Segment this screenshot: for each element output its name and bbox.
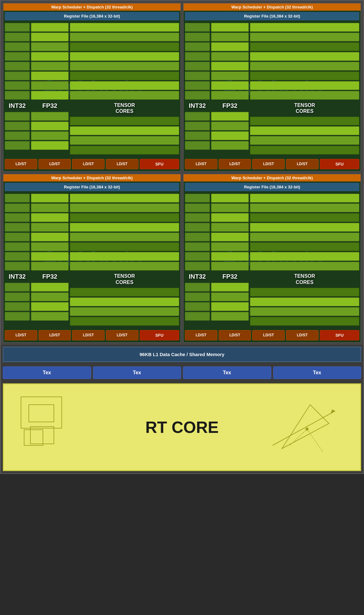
tensor-cell: [70, 146, 179, 155]
ldst-btn-11[interactable]: LD/ST: [72, 330, 105, 340]
main-container: Archbrain Warp Scheduler + Dispatch (32 …: [0, 0, 364, 474]
tensor-cell: [70, 33, 179, 41]
ldst-btn-9[interactable]: LD/ST: [5, 330, 37, 340]
tensor-label-4: TENSORCORES: [250, 271, 359, 287]
tensor-label-1: TENSORCORES: [70, 100, 179, 117]
sfu-btn-2[interactable]: SFU: [320, 159, 359, 169]
svg-rect-3: [24, 430, 43, 445]
ldst-btn-13[interactable]: LD/ST: [185, 330, 217, 340]
fp32-col-3: FP32: [31, 194, 69, 325]
ray-triangle: [273, 398, 341, 456]
tex-btn-1[interactable]: Tex: [3, 366, 91, 379]
sfu-btn-4[interactable]: SFU: [320, 330, 359, 340]
register-file-bar-4: Register File (16,384 x 32-bit): [185, 183, 359, 191]
sm-unit-3: Archbrain Warp Scheduler + Dispatch (32 …: [3, 174, 181, 343]
ldst-btn-4[interactable]: LD/ST: [106, 159, 138, 169]
warp-scheduler-bar-3: Warp Scheduler + Dispatch (32 thread/clk…: [3, 174, 180, 181]
register-file-bar-2: Register File (16,384 x 32-bit): [185, 12, 359, 20]
int32-cell: [5, 81, 30, 90]
svg-marker-6: [330, 409, 335, 414]
int32-cell: [5, 91, 30, 100]
ldst-btn-6[interactable]: LD/ST: [219, 159, 251, 169]
int32-cell: [5, 112, 30, 121]
fp32-label-3: FP32: [31, 271, 69, 283]
fp32-cell: [31, 33, 69, 41]
sfu-btn-1[interactable]: SFU: [140, 159, 179, 169]
ldst-btn-8[interactable]: LD/ST: [286, 159, 319, 169]
ldst-btn-14[interactable]: LD/ST: [219, 330, 251, 340]
int32-col-2: INT32: [185, 23, 210, 155]
svg-line-9: [290, 429, 307, 445]
int32-col-1: INT32: [5, 23, 30, 155]
ldst-btn-3[interactable]: LD/ST: [72, 159, 105, 169]
sfu-btn-3[interactable]: SFU: [140, 330, 179, 340]
ldst-btn-5[interactable]: LD/ST: [185, 159, 217, 169]
ldst-btn-12[interactable]: LD/ST: [106, 330, 138, 340]
warp-scheduler-bar-1: Warp Scheduler + Dispatch (32 thread/clk…: [3, 3, 180, 11]
int32-label-1: INT32: [5, 100, 30, 112]
fp32-cell: [31, 131, 69, 140]
rt-core-label: RT CORE: [145, 418, 219, 437]
fp32-cell: [31, 141, 69, 150]
svg-line-8: [307, 429, 323, 452]
tex-btn-4[interactable]: Tex: [273, 366, 361, 379]
int32-cell: [5, 122, 30, 130]
tensor-cell: [70, 126, 179, 135]
fp32-label-4: FP32: [211, 271, 249, 283]
ldst-bar-1: LD/ST LD/ST LD/ST LD/ST SFU: [3, 157, 180, 171]
int32-cell: [5, 42, 30, 51]
int32-label-3: INT32: [5, 271, 30, 283]
int32-cell: [5, 62, 30, 71]
int32-label-4: INT32: [185, 271, 210, 283]
ldst-btn-7[interactable]: LD/ST: [252, 159, 285, 169]
tensor-col-4: TENSORCORES: [250, 194, 359, 325]
rt-core-section: RT CORE: [3, 383, 361, 471]
tex-btn-3[interactable]: Tex: [183, 366, 271, 379]
sm-grid: Archbrain Warp Scheduler + Dispatch (32 …: [1, 1, 363, 345]
tensor-cell: [70, 42, 179, 51]
register-file-bar-1: Register File (16,384 x 32-bit): [5, 12, 179, 20]
tensor-cell: [70, 136, 179, 145]
ldst-bar-2: LD/ST LD/ST LD/ST LD/ST SFU: [184, 157, 361, 171]
svg-rect-1: [29, 405, 54, 422]
warp-scheduler-bar-4: Warp Scheduler + Dispatch (32 thread/clk…: [184, 174, 361, 181]
sm-unit-2: Archbrain Warp Scheduler + Dispatch (32 …: [183, 3, 361, 172]
tensor-cell: [70, 117, 179, 125]
fp32-cell: [31, 122, 69, 130]
register-file-bar-3: Register File (16,384 x 32-bit): [5, 183, 179, 191]
svg-line-5: [273, 411, 335, 445]
tex-btn-2[interactable]: Tex: [93, 366, 181, 379]
tensor-cell: [70, 23, 179, 32]
tensor-col-1: TENSORCORES: [70, 23, 179, 155]
int32-cell: [5, 71, 30, 80]
ldst-bar-4: LD/ST LD/ST LD/ST LD/ST SFU: [184, 328, 361, 342]
l1-cache-bar: 96KB L1 Data Cache / Shared Memory: [3, 347, 361, 362]
tensor-col-2: TENSORCORES: [250, 23, 359, 155]
int32-col-4: INT32: [185, 194, 210, 325]
int32-cell: [5, 33, 30, 41]
fp32-label-1: FP32: [31, 100, 69, 112]
int32-label-2: INT32: [185, 100, 210, 112]
ldst-btn-16[interactable]: LD/ST: [286, 330, 319, 340]
bvh-boxes: [19, 395, 76, 459]
tex-row: Tex Tex Tex Tex: [1, 364, 363, 381]
ldst-btn-15[interactable]: LD/ST: [252, 330, 285, 340]
ldst-btn-10[interactable]: LD/ST: [39, 330, 71, 340]
ldst-btn-2[interactable]: LD/ST: [39, 159, 71, 169]
fp32-col-2: FP32: [211, 23, 249, 155]
svg-rect-0: [21, 397, 62, 428]
warp-scheduler-bar-2: Warp Scheduler + Dispatch (32 thread/clk…: [184, 3, 361, 11]
int32-cell: [5, 23, 30, 32]
fp32-label-2: FP32: [211, 100, 249, 112]
fp32-cell: [31, 62, 69, 71]
sm-unit-1: Archbrain Warp Scheduler + Dispatch (32 …: [3, 3, 181, 172]
fp32-cell: [31, 52, 69, 61]
fp32-cell: [31, 71, 69, 80]
tensor-cell: [70, 52, 179, 61]
fp32-cell: [31, 23, 69, 32]
tensor-label-3: TENSORCORES: [70, 271, 179, 287]
tensor-cell: [70, 91, 179, 100]
sm-unit-4: Archbrain Warp Scheduler + Dispatch (32 …: [183, 174, 361, 343]
fp32-cell: [31, 42, 69, 51]
ldst-btn-1[interactable]: LD/ST: [5, 159, 37, 169]
